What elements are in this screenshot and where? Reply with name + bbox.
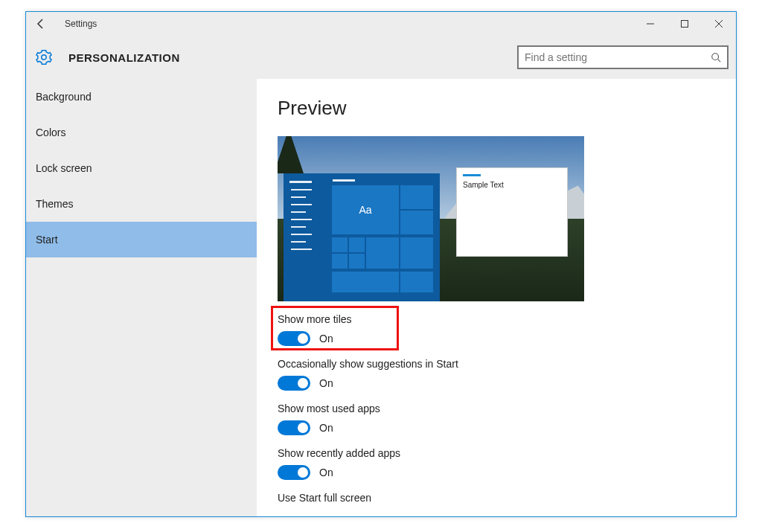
sample-window-preview: Sample Text: [456, 167, 568, 257]
sidebar-item-label: Colors: [36, 126, 65, 138]
sidebar-item-label: Themes: [36, 198, 74, 210]
setting-label: Occasionally show suggestions in Start: [278, 358, 736, 370]
search-input[interactable]: [525, 51, 711, 63]
gear-icon: [36, 49, 52, 65]
window-controls: [633, 12, 736, 36]
sidebar-item-colors[interactable]: Colors: [26, 115, 257, 150]
settings-window: Settings PERSONALIZATION Background Colo…: [25, 11, 737, 517]
sidebar-item-lock-screen[interactable]: Lock screen: [26, 150, 257, 186]
sidebar-item-label: Lock screen: [36, 162, 92, 174]
setting-show-more-tiles: Show more tiles On: [278, 313, 736, 346]
close-icon: [714, 19, 723, 28]
preview-heading: Preview: [278, 97, 736, 120]
toggle-most-used[interactable]: [278, 420, 310, 435]
arrow-left-icon: [35, 18, 47, 30]
svg-rect-1: [682, 21, 688, 28]
svg-line-3: [718, 60, 721, 63]
search-icon: [711, 52, 721, 63]
toggle-show-more-tiles[interactable]: [278, 331, 310, 346]
setting-suggestions: Occasionally show suggestions in Start O…: [278, 358, 736, 391]
start-menu-preview: Aa: [284, 173, 440, 301]
minimize-button[interactable]: [633, 12, 667, 36]
search-box[interactable]: [517, 45, 729, 69]
setting-most-used: Show most used apps On: [278, 403, 736, 435]
sidebar: Background Colors Lock screen Themes Sta…: [26, 79, 257, 516]
maximize-button[interactable]: [667, 12, 702, 36]
setting-recently-added: Show recently added apps On: [278, 447, 736, 480]
setting-label: Use Start full screen: [278, 492, 736, 504]
toggle-state: On: [319, 467, 333, 478]
sidebar-item-start[interactable]: Start: [26, 222, 257, 257]
preview-tile-aa: Aa: [331, 185, 400, 235]
toggle-state: On: [319, 377, 333, 389]
sidebar-item-themes[interactable]: Themes: [26, 186, 257, 222]
toggle-state: On: [319, 333, 333, 344]
toggle-suggestions[interactable]: [278, 376, 310, 391]
back-button[interactable]: [26, 12, 56, 36]
sidebar-item-background[interactable]: Background: [26, 79, 257, 115]
minimize-icon: [646, 19, 655, 28]
toggle-state: On: [319, 422, 333, 434]
setting-label: Show recently added apps: [278, 447, 736, 459]
close-button[interactable]: [702, 12, 736, 36]
toggle-recently-added[interactable]: [278, 465, 310, 480]
setting-fullscreen: Use Start full screen: [278, 492, 736, 504]
maximize-icon: [680, 19, 689, 28]
svg-point-2: [712, 54, 719, 60]
sidebar-item-label: Background: [36, 91, 92, 103]
window-title: Settings: [65, 19, 97, 29]
sample-text: Sample Text: [463, 181, 567, 189]
sidebar-item-label: Start: [36, 234, 58, 246]
page-title: PERSONALIZATION: [68, 51, 180, 64]
setting-label: Show most used apps: [278, 403, 736, 414]
titlebar: Settings: [26, 12, 736, 36]
setting-label: Show more tiles: [278, 313, 736, 325]
preview-image: Aa: [278, 136, 584, 301]
header: PERSONALIZATION: [26, 36, 736, 79]
content-pane: Preview Aa: [257, 79, 736, 516]
